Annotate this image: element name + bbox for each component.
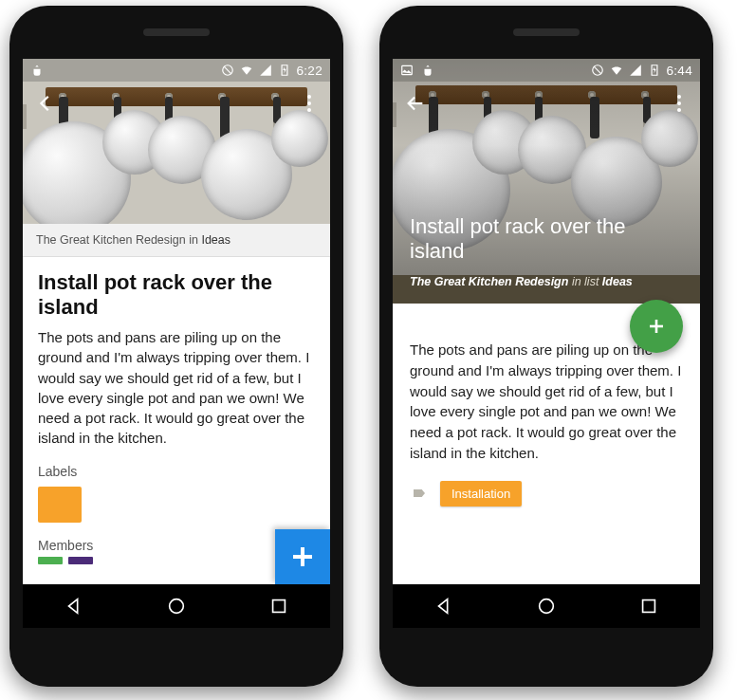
card-content: The pots and pans are piling up on the g… — [393, 324, 700, 584]
svg-point-12 — [540, 599, 554, 614]
fab-add-button[interactable] — [275, 529, 330, 584]
breadcrumb-connector: in — [186, 233, 202, 247]
fab-add-button[interactable] — [630, 300, 683, 353]
list-name: Ideas — [201, 233, 230, 247]
back-button[interactable] — [32, 90, 59, 117]
label-icon — [410, 486, 429, 501]
no-sim-icon — [591, 64, 604, 77]
back-button[interactable] — [402, 90, 429, 117]
card-content: The Great Kitchen Redesign in Ideas Inst… — [23, 224, 330, 584]
screen-after: Install pot rack over the island 6:44 — [393, 59, 700, 628]
overflow-menu-button[interactable] — [668, 95, 691, 112]
debug-icon — [30, 64, 44, 77]
android-nav-bar — [393, 584, 700, 628]
android-nav-bar — [23, 584, 330, 628]
status-bar: 6:22 — [23, 59, 330, 82]
screen-before: 6:22 The Great Kitchen Redesign in Ideas… — [23, 59, 330, 628]
labels-section-header: Labels — [23, 462, 330, 487]
svg-point-4 — [170, 599, 184, 614]
svg-line-1 — [223, 66, 230, 74]
status-bar: 6:44 — [393, 59, 700, 82]
phone-mockup-after: Install pot rack over the island 6:44 — [379, 6, 713, 687]
svg-line-8 — [593, 66, 600, 74]
nav-home-button[interactable] — [536, 596, 557, 617]
nav-recents-button[interactable] — [638, 596, 659, 617]
wifi-icon — [610, 64, 623, 77]
app-bar — [23, 82, 330, 125]
clock: 6:22 — [297, 64, 322, 78]
label-swatch-orange[interactable] — [38, 487, 82, 523]
card-title[interactable]: Install pot rack over the island — [410, 214, 683, 264]
app-bar — [393, 82, 700, 125]
clock: 6:44 — [667, 64, 692, 78]
board-name: The Great Kitchen Redesign — [410, 275, 568, 288]
card-title[interactable]: Install pot rack over the island — [23, 257, 330, 327]
board-list-breadcrumb[interactable]: The Great Kitchen Redesign in Ideas — [23, 224, 330, 257]
phone-mockup-before: 6:22 The Great Kitchen Redesign in Ideas… — [9, 6, 343, 687]
board-list-breadcrumb[interactable]: The Great Kitchen Redesign in list Ideas — [410, 275, 683, 288]
signal-icon — [629, 64, 642, 77]
no-sim-icon — [221, 64, 234, 77]
breadcrumb-connector: in list — [568, 275, 601, 288]
svg-rect-13 — [643, 600, 655, 613]
battery-charging-icon — [278, 64, 291, 77]
image-notification-icon — [400, 64, 414, 77]
wifi-icon — [240, 64, 253, 77]
label-chip-installation[interactable]: Installation — [440, 481, 522, 507]
signal-icon — [259, 64, 272, 77]
card-description[interactable]: The pots and pans are piling up on the g… — [23, 327, 330, 462]
nav-recents-button[interactable] — [268, 596, 289, 617]
list-name: Ideas — [602, 275, 633, 288]
battery-charging-icon — [648, 64, 661, 77]
labels-row: Installation — [393, 477, 700, 524]
debug-icon — [421, 64, 434, 77]
overflow-menu-button[interactable] — [298, 95, 321, 112]
nav-back-button[interactable] — [64, 596, 84, 617]
nav-home-button[interactable] — [166, 596, 187, 617]
nav-back-button[interactable] — [433, 596, 454, 617]
board-name: The Great Kitchen Redesign — [36, 233, 186, 247]
svg-rect-5 — [273, 600, 286, 613]
